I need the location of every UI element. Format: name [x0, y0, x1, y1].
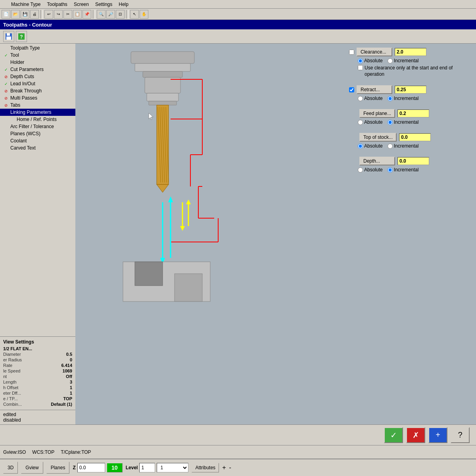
- clearance-incremental-label[interactable]: Incremental: [388, 58, 419, 63]
- z-dropdown[interactable]: 10: [107, 463, 123, 472]
- level-input[interactable]: [139, 463, 155, 472]
- add-button[interactable]: +: [428, 427, 447, 443]
- dialog-toolbar: ?: [0, 29, 476, 44]
- help-button[interactable]: ?: [451, 427, 470, 443]
- toolbar-cut[interactable]: ✂: [63, 10, 72, 19]
- feed-plane-incremental-label[interactable]: Incremental: [388, 119, 419, 125]
- sidebar-icon-tool: ✓: [3, 53, 9, 58]
- level-dropdown[interactable]: 1: [157, 463, 188, 472]
- sidebar-list: Toolpath Type✓ToolHolder✓Cut Parameters⊘…: [0, 44, 75, 336]
- sidebar-item-lead-in-out[interactable]: ✓Lead In/Out: [0, 80, 75, 87]
- plus-btn[interactable]: +: [222, 464, 226, 471]
- cancel-button[interactable]: ✗: [406, 427, 425, 443]
- menu-settings[interactable]: Settings: [92, 1, 115, 8]
- btn-3d[interactable]: 3D: [3, 462, 18, 474]
- toolbar-open[interactable]: 📂: [11, 10, 20, 19]
- toolbar-print[interactable]: 🖨: [30, 10, 39, 19]
- menu-toolpaths[interactable]: Toolpaths: [44, 1, 71, 8]
- menu-help[interactable]: Help: [115, 1, 132, 8]
- feed-plane-absolute-radio[interactable]: [358, 120, 363, 125]
- retract-button[interactable]: Retract...: [357, 85, 392, 94]
- retract-incremental-radio[interactable]: [388, 96, 393, 101]
- gview-status: Gview:ISO: [3, 449, 26, 455]
- clearance-button[interactable]: Clearance...: [357, 48, 392, 56]
- toolbar-pan[interactable]: ✋: [140, 10, 148, 19]
- top-of-stock-button[interactable]: Top of stock...: [359, 133, 397, 142]
- clearance-input[interactable]: [395, 48, 426, 56]
- sidebar-item-depth-cuts[interactable]: ⊘Depth Cuts: [0, 73, 75, 80]
- clearance-use-only-checkbox[interactable]: [358, 65, 363, 70]
- z-input[interactable]: [77, 463, 105, 472]
- view-field-value: TOP: [63, 396, 72, 401]
- retract-absolute-label[interactable]: Absolute: [358, 96, 383, 101]
- sidebar-item-tabs[interactable]: ⊘Tabs: [0, 102, 75, 109]
- feed-plane-group: Feed plane... Absolute Incremental: [349, 109, 468, 125]
- view-field-label: le Speed: [3, 369, 20, 373]
- sidebar-item-coolant[interactable]: Coolant: [0, 137, 75, 144]
- attributes-button[interactable]: Attributes: [192, 463, 219, 472]
- view-row: Diameter0.5: [3, 352, 72, 357]
- sidebar-item-arc-filter[interactable]: Arc Filter / Tolerance: [0, 123, 75, 130]
- sidebar-item-planes-wcs[interactable]: Planes (WCS): [0, 130, 75, 137]
- top-of-stock-radio-group: Absolute Incremental: [358, 143, 468, 149]
- depth-incremental-label[interactable]: Incremental: [388, 167, 419, 173]
- top-of-stock-input[interactable]: [399, 133, 431, 141]
- toolbar-undo[interactable]: ↩: [44, 10, 53, 19]
- toolbar-select[interactable]: ↖: [130, 10, 139, 19]
- minus-btn[interactable]: -: [229, 464, 231, 471]
- dialog-help-btn[interactable]: ?: [16, 31, 27, 42]
- retract-input[interactable]: [395, 86, 426, 94]
- bottom-bar: ✓ ✗ + ?: [0, 424, 476, 445]
- tool-name-row: 1/2 FLAT EN...: [3, 346, 72, 351]
- depth-absolute-label[interactable]: Absolute: [358, 167, 383, 173]
- ok-button[interactable]: ✓: [384, 427, 403, 443]
- depth-input[interactable]: [397, 157, 429, 165]
- clearance-absolute-label[interactable]: Absolute: [358, 58, 383, 63]
- menu-file[interactable]: [2, 4, 8, 5]
- toolbar-fit[interactable]: ⊡: [116, 10, 125, 19]
- sidebar-item-cut-parameters[interactable]: ✓Cut Parameters: [0, 66, 75, 73]
- clearance-use-only-row: Use clearance only at the start and end …: [358, 65, 468, 77]
- svg-rect-6: [131, 52, 194, 63]
- retract-checkbox[interactable]: [349, 87, 354, 92]
- feed-plane-incremental-radio[interactable]: [388, 120, 393, 125]
- toolbar-zoom-out[interactable]: 🔎: [106, 10, 115, 19]
- sidebar-item-linking-parameters[interactable]: Linking Parameters: [0, 109, 75, 116]
- toolbar-redo[interactable]: ↪: [54, 10, 63, 19]
- top-of-stock-incremental-radio[interactable]: [388, 144, 393, 149]
- sidebar-label-lead-in-out: Lead In/Out: [10, 81, 35, 86]
- toolbar-zoom-in[interactable]: 🔍: [97, 10, 106, 19]
- feed-plane-input[interactable]: [397, 109, 429, 117]
- feed-plane-absolute-label[interactable]: Absolute: [358, 119, 383, 125]
- btn-planes[interactable]: Planes: [46, 462, 70, 474]
- sidebar-item-holder[interactable]: Holder: [0, 59, 75, 66]
- menu-bar: Machine Type Toolpaths Screen Settings H…: [0, 0, 476, 9]
- menu-screen[interactable]: Screen: [71, 1, 92, 8]
- depth-incremental-radio[interactable]: [388, 167, 393, 173]
- toolbar-copy[interactable]: 📋: [73, 10, 82, 19]
- clearance-checkbox[interactable]: [349, 50, 354, 55]
- sidebar-item-home-ref-points[interactable]: Home / Ref. Points: [0, 116, 75, 123]
- dialog-save-btn[interactable]: [3, 31, 14, 42]
- sidebar-item-break-through[interactable]: ⊘Break Through: [0, 87, 75, 94]
- sidebar-item-toolpath-type[interactable]: Toolpath Type: [0, 44, 75, 52]
- sidebar-item-tool[interactable]: ✓Tool: [0, 52, 75, 59]
- menu-machine-type[interactable]: Machine Type: [8, 1, 44, 8]
- top-of-stock-incremental-label[interactable]: Incremental: [388, 143, 419, 149]
- top-of-stock-absolute-label[interactable]: Absolute: [358, 143, 383, 149]
- clearance-absolute-radio[interactable]: [358, 58, 363, 63]
- depth-button[interactable]: Depth...: [359, 157, 395, 165]
- toolbar-save[interactable]: 💾: [21, 10, 29, 19]
- feed-plane-button[interactable]: Feed plane...: [359, 109, 395, 118]
- retract-absolute-radio[interactable]: [358, 96, 363, 101]
- sidebar-item-carved-text[interactable]: Carved Text: [0, 144, 75, 152]
- top-of-stock-absolute-radio[interactable]: [358, 144, 363, 149]
- toolbar-new[interactable]: 📄: [2, 10, 10, 19]
- btn-gview[interactable]: Gview: [21, 462, 43, 474]
- sidebar-item-multi-passes[interactable]: ⊘Multi Passes: [0, 94, 75, 102]
- toolbar-paste[interactable]: 📌: [83, 10, 91, 19]
- retract-incremental-label[interactable]: Incremental: [388, 96, 419, 101]
- depth-absolute-radio[interactable]: [358, 167, 363, 173]
- sidebar-label-arc-filter: Arc Filter / Tolerance: [10, 124, 54, 129]
- clearance-incremental-radio[interactable]: [388, 58, 393, 63]
